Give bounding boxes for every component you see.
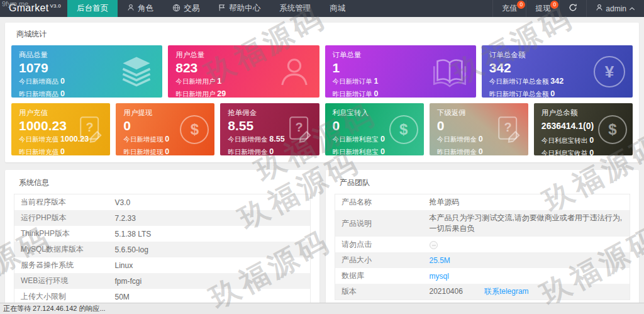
main-menu: 后台首页 角色 交易 帮助中心 系统管理 商城 <box>67 0 355 17</box>
stat-card-products-total: 商品总量 1079 今日新增商品0 昨日新增商品0 <box>11 45 162 98</box>
nav-item-label: 交易 <box>184 3 199 14</box>
withdraw-label: 提现 <box>535 3 550 14</box>
nav-item-system[interactable]: 系统管理 <box>270 0 320 17</box>
stat-card-user-recharge: 用户充值 1000.23 今日新增充值1000.23 昨日新增充值0 ? <box>11 103 110 155</box>
nav-item-mall[interactable]: 商城 <box>320 0 355 17</box>
nav-item-label: 商城 <box>330 3 345 14</box>
stat-card-users-total: 用户总量 823 今日新增用户1 昨日新增用户29 <box>168 45 319 98</box>
flag-icon <box>218 4 226 13</box>
table-row: WEB运行环境fpm-fcgi <box>14 273 311 289</box>
yen-circle-icon: ¥ <box>594 56 625 87</box>
table-row: 产品名称抢单源码 <box>335 194 630 211</box>
refresh-button[interactable] <box>559 0 586 17</box>
dollar-circle-icon: $ <box>180 115 209 144</box>
table-row: ThinkPHP版本5.1.38 LTS <box>14 226 311 242</box>
stat-card-user-balance: 用户总余额 2636414.1(0) 今日利息宝转出0 今日利息宝收益0 $ <box>534 103 633 155</box>
globe-icon <box>172 4 180 14</box>
svg-text:?: ? <box>86 120 94 134</box>
dollar-circle-icon: $ <box>598 115 627 144</box>
placeholder-circle-icon <box>430 241 438 249</box>
user-menu[interactable]: admin <box>586 0 644 17</box>
navbar-right: 充值 0 提现 0 admin <box>492 0 644 17</box>
product-size-link[interactable]: 25.5M <box>430 256 450 265</box>
book-icon <box>431 55 469 89</box>
table-row: 服务器操作系统Linux <box>14 257 311 273</box>
table-row: 当前程序版本V3.0 <box>14 194 311 211</box>
table-row: MySQL数据库版本5.6.50-log <box>14 242 311 257</box>
user-icon <box>277 54 312 89</box>
withdraw-button[interactable]: 提现 0 <box>526 0 559 17</box>
dollar-circle-icon: $ <box>389 115 418 144</box>
caret-up-icon <box>629 4 635 13</box>
version-date: 20210406 <box>430 287 463 296</box>
doc-question-icon: ? <box>285 114 314 145</box>
nav-item-help-center[interactable]: 帮助中心 <box>209 0 270 17</box>
table-row: 运行PHP版本7.2.33 <box>14 210 311 226</box>
refresh-icon <box>569 3 577 14</box>
withdraw-badge: 0 <box>550 1 558 9</box>
svg-text:?: ? <box>504 120 511 134</box>
product-team-title: 产品团队 <box>335 171 630 194</box>
nav-item-label: 帮助中心 <box>229 3 260 14</box>
recharge-button[interactable]: 充值 0 <box>492 0 526 17</box>
database-link[interactable]: mysql <box>430 272 449 281</box>
user-icon <box>127 4 135 13</box>
nav-item-roles[interactable]: 角色 <box>118 0 163 17</box>
table-row: 产品大小25.5M <box>335 252 630 268</box>
top-navbar: Gmarket V3.0 后台首页 角色 交易 帮助中心 系统管理 商城 充值 … <box>0 0 644 17</box>
telegram-contact-link[interactable]: 联系telegram <box>484 287 529 296</box>
table-row: 请勿点击 <box>335 237 630 252</box>
brand-logo[interactable]: Gmarket V3.0 <box>0 0 67 17</box>
nav-item-trade[interactable]: 交易 <box>163 0 209 17</box>
stat-card-interest-in: 利息宝转入 0 今日新增利息宝0 昨日新增利息宝0 $ <box>325 103 424 155</box>
svg-text:?: ? <box>295 120 303 134</box>
doc-question-icon: ? <box>75 114 104 145</box>
table-row: 版本20210406联系telegram <box>335 284 630 300</box>
stats-row-2: 用户充值 1000.23 今日新增充值1000.23 昨日新增充值0 ? 用户提… <box>11 103 633 155</box>
product-team-panel: 产品团队 产品名称抢单源码 产品说明本产品只为学习测试交流,请勿要做商业或者用于… <box>326 170 639 310</box>
status-text: 正在等待 27.124.46.142 的响应... <box>3 304 106 313</box>
system-info-title: 系统信息 <box>14 171 311 194</box>
person-icon <box>596 4 603 13</box>
stat-card-sub-commission: 下级返佣 0 今日新增佣金0 昨日新增佣金0 ? <box>430 103 528 155</box>
layers-icon <box>118 55 155 89</box>
doc-question-icon: ? <box>494 114 523 145</box>
recharge-label: 充值 <box>502 3 517 14</box>
system-info-table: 当前程序版本V3.0 运行PHP版本7.2.33 ThinkPHP版本5.1.3… <box>14 194 311 314</box>
nav-item-label: 系统管理 <box>279 3 311 14</box>
username: admin <box>606 4 626 13</box>
stats-row-1: 商品总量 1079 今日新增商品0 昨日新增商品0 用户总量 823 今日新增用… <box>11 45 633 98</box>
system-info-panel: 系统信息 当前程序版本V3.0 运行PHP版本7.2.33 ThinkPHP版本… <box>5 170 319 314</box>
table-row: 产品说明本产品只为学习测试交流,请勿要做商业或者用于违法行为,一切后果自负 <box>335 210 630 237</box>
brand-name: Gmarket <box>9 3 48 14</box>
stat-card-user-withdraw: 用户提现 0 今日新增提现0 昨日新增提现0 $ <box>116 103 214 155</box>
stat-card-order-amount: 订单总金额 342 今日新增订单总金额342 昨日新增订单总金额0 ¥ <box>482 45 633 98</box>
stats-panel-title: 商城统计 <box>11 23 633 45</box>
nav-item-dashboard[interactable]: 后台首页 <box>67 0 118 17</box>
table-row: 数据库mysql <box>335 268 630 284</box>
product-info-table: 产品名称抢单源码 产品说明本产品只为学习测试交流,请勿要做商业或者用于违法行为,… <box>335 194 630 300</box>
browser-status-bar: 正在等待 27.124.46.142 的响应... <box>0 303 644 314</box>
stat-card-order-commission: 抢单佣金 8.55 今日新增佣金8.55 昨日新增佣金0 ? <box>220 103 319 155</box>
brand-version: V3.0 <box>50 3 61 9</box>
mall-stats-panel: 商城统计 商品总量 1079 今日新增商品0 昨日新增商品0 用户总量 823 … <box>5 23 639 162</box>
stat-card-orders-total: 订单总量 1 今日新增订单1 昨日新增订单0 <box>325 45 476 98</box>
page-content: 商城统计 商品总量 1079 今日新增商品0 昨日新增商品0 用户总量 823 … <box>0 17 644 314</box>
nav-item-label: 后台首页 <box>77 3 108 14</box>
recharge-badge: 0 <box>517 1 525 9</box>
nav-item-label: 角色 <box>138 3 153 14</box>
